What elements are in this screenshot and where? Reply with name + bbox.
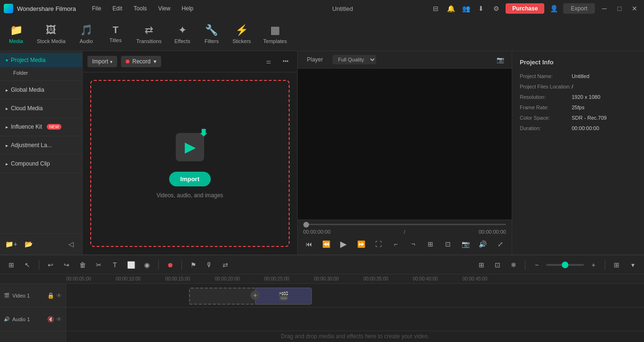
export-button[interactable]: Export [563, 3, 595, 14]
account-icon[interactable]: 👤 [548, 3, 559, 14]
menu-view[interactable]: View [154, 3, 175, 14]
templates-label: Templates [263, 38, 287, 44]
step-back-icon[interactable]: ⏪ [320, 237, 332, 251]
auto-sync-icon[interactable]: ⇄ [219, 258, 232, 272]
marker-icon[interactable]: ⚑ [187, 258, 200, 272]
out-point-icon[interactable]: ¬ [407, 237, 419, 251]
toolbar-audio[interactable]: 🎵 Audio [72, 21, 101, 47]
more-controls-icon[interactable]: ⤢ [494, 237, 506, 251]
undo-icon[interactable]: ↩ [44, 258, 57, 272]
pip-timeline-icon[interactable]: ⊡ [491, 258, 504, 272]
toolbar-templates[interactable]: ▦ Templates [258, 21, 292, 47]
crop-icon[interactable]: ⬜ [124, 258, 137, 272]
effects-label: Effects [174, 38, 190, 44]
lock-track-icon[interactable]: 🔒 [47, 292, 54, 299]
add-track-button[interactable]: + [250, 290, 260, 300]
effects-icon: ✦ [178, 24, 187, 36]
toolbar-transitions[interactable]: ⇄ Transitions [131, 21, 167, 47]
progress-track[interactable] [303, 224, 507, 225]
track-content: 🎬 + Drag and drop media and effects here… [66, 284, 644, 342]
menu-tools[interactable]: Tools [129, 3, 152, 14]
zoom-thumb[interactable] [562, 262, 568, 268]
media-drop-zone[interactable]: ▶ 🡇 Import Videos, audio, and images [90, 80, 290, 247]
video-clip[interactable]: 🎬 [255, 288, 312, 305]
split-icon[interactable]: ✂ [92, 258, 105, 272]
hide-track-icon[interactable]: 👁 [56, 292, 62, 299]
snapshot-icon[interactable]: 📷 [460, 237, 472, 251]
play-button[interactable]: ▶ [338, 237, 350, 251]
zoom-out-icon[interactable]: − [530, 258, 543, 272]
toolbar-stock-media[interactable]: 🖼 Stock Media [31, 21, 71, 47]
more-options-icon[interactable]: ••• [279, 55, 292, 68]
in-point-icon[interactable]: ⌐ [390, 237, 402, 251]
player-screenshot-icon[interactable]: 📷 [495, 54, 506, 65]
sidebar-item-cloud-media[interactable]: ▸ Cloud Media [0, 101, 82, 115]
smart-folder-icon[interactable]: 📂 [22, 237, 35, 251]
progress-bar [303, 224, 507, 225]
resolution-value: 1920 x 1080 [572, 94, 601, 100]
win-close-button[interactable]: ✕ [629, 3, 640, 14]
sidebar-item-folder[interactable]: Folder [0, 67, 82, 79]
toolbar-stickers[interactable]: ⚡ Stickers [227, 21, 257, 47]
grid-view-icon[interactable]: ⊞ [610, 258, 623, 272]
zoom-track[interactable] [546, 264, 584, 266]
record-button[interactable]: Record ▾ [121, 56, 161, 67]
apps-icon[interactable]: ⚙ [490, 3, 502, 14]
minimize-icon[interactable]: ⊟ [430, 3, 441, 14]
delete-icon[interactable]: 🗑 [76, 258, 89, 272]
win-minimize-button[interactable]: ─ [599, 3, 610, 14]
voiceover-icon[interactable]: 🎙 [203, 258, 216, 272]
fullscreen-icon[interactable]: ⛶ [373, 237, 385, 251]
step-forward-icon[interactable]: ⏩ [355, 237, 367, 251]
volume-icon[interactable]: 🔊 [477, 237, 489, 251]
sidebar-item-project-media[interactable]: ▾ Project Media [0, 53, 82, 67]
group-icon[interactable]: ⊞ [475, 258, 488, 272]
notification-icon[interactable]: 🔔 [445, 3, 456, 14]
progress-thumb[interactable] [303, 222, 309, 228]
sidebar-item-adjustment[interactable]: ▸ Adjustment La... [0, 138, 82, 152]
filter-media-icon[interactable]: ⚌ [262, 55, 275, 68]
community-icon[interactable]: 👥 [460, 3, 472, 14]
more-timeline-icon[interactable]: ▾ [626, 258, 639, 272]
redo-icon[interactable]: ↪ [60, 258, 73, 272]
download-icon[interactable]: ⬇ [475, 3, 487, 14]
mute-track-icon[interactable]: 🔇 [47, 316, 54, 323]
toolbar-titles[interactable]: T Titles [102, 22, 130, 46]
win-maximize-button[interactable]: □ [614, 3, 625, 14]
sidebar-item-global-media[interactable]: ▸ Global Media [0, 83, 82, 97]
toolbar-filters[interactable]: 🔧 Filters [197, 21, 226, 47]
freeze-icon[interactable]: ❄ [507, 258, 520, 272]
menu-file[interactable]: File [87, 3, 106, 14]
scene-detect-icon[interactable]: ⊞ [5, 258, 18, 272]
skip-back-icon[interactable]: ⏮ [303, 237, 315, 251]
quality-select[interactable]: Full Quality 1/2 Quality 1/4 Quality [333, 55, 376, 64]
left-panel: ▾ Project Media Folder ▸ Global Media ▸ … [0, 51, 83, 254]
sidebar-item-compound-clip[interactable]: ▸ Compound Clip [0, 157, 82, 171]
new-folder-icon[interactable]: 📁+ [5, 237, 18, 251]
text-icon[interactable]: T [108, 258, 121, 272]
menu-help[interactable]: Help [177, 3, 198, 14]
video-track-row[interactable]: 🎬 + [66, 284, 644, 307]
purchase-button[interactable]: Purchase [506, 3, 544, 14]
clip-settings-icon[interactable]: ⊞ [425, 237, 437, 251]
motion-icon[interactable]: ◉ [140, 258, 154, 272]
import-big-button[interactable]: Import [169, 172, 211, 186]
player-tab[interactable]: Player [303, 54, 327, 65]
zoom-in-icon[interactable]: + [587, 258, 600, 272]
record-timeline-icon[interactable]: ⏺ [163, 258, 177, 272]
hide-audio-track-icon[interactable]: 👁 [56, 316, 62, 323]
record-dot-icon [126, 60, 129, 63]
import-button[interactable]: Import ▾ [87, 56, 117, 67]
pip-icon[interactable]: ⊡ [442, 237, 454, 251]
select-tool-icon[interactable]: ↖ [21, 258, 34, 272]
menu-edit[interactable]: Edit [108, 3, 127, 14]
ruler-mark-1: 00:00:05:00 [66, 276, 91, 281]
ruler-mark-8: 00:00:40:00 [413, 276, 438, 281]
influence-kit-section: ▸ Influence Kit NEW [0, 118, 82, 136]
toolbar-media[interactable]: 📁 Media [2, 21, 30, 47]
toolbar-effects[interactable]: ✦ Effects [168, 21, 197, 47]
sidebar-item-influence-kit[interactable]: ▸ Influence Kit NEW [0, 120, 82, 134]
track-label-audio1: 🔊 Audio 1 🔇 👁 [0, 307, 66, 331]
audio-track-row[interactable] [66, 307, 644, 331]
collapse-panel-icon[interactable]: ◁ [64, 237, 77, 251]
